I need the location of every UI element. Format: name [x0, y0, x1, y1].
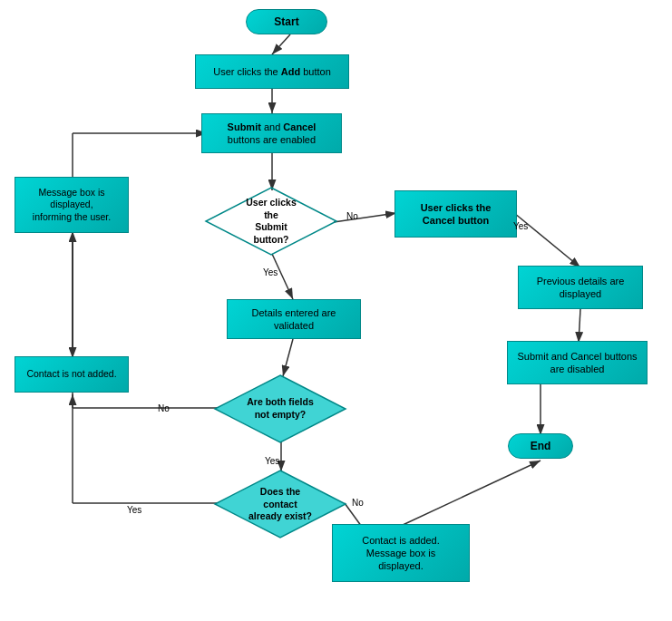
label-no3: No	[352, 498, 364, 508]
label-no1: No	[346, 211, 358, 221]
svg-line-9	[283, 339, 293, 376]
start-node: Start	[246, 9, 327, 34]
svg-marker-20	[206, 188, 336, 255]
end-node: End	[508, 433, 573, 459]
contact-added-node: Contact is added.Message box isdisplayed…	[332, 524, 470, 582]
svg-line-19	[401, 461, 541, 526]
submit-cancel-enabled-node: Submit and Cancelbuttons are enabled	[201, 113, 342, 153]
label-yes4: Yes	[127, 505, 141, 515]
cancel-button-node: User clicks theCancel button	[394, 190, 517, 238]
svg-marker-22	[215, 471, 346, 538]
label-yes2: Yes	[513, 221, 528, 231]
message-box-node: Message box isdisplayed,informing the us…	[15, 177, 129, 233]
add-button-node: User clicks the Add button	[195, 54, 349, 89]
submit-diamond: User clicks theSubmit button?	[204, 186, 338, 257]
svg-line-7	[579, 309, 580, 343]
svg-marker-21	[215, 375, 346, 442]
label-yes1: Yes	[263, 267, 278, 277]
svg-line-4	[334, 213, 396, 222]
previous-details-node: Previous details aredisplayed	[518, 266, 643, 309]
label-yes3: Yes	[265, 456, 279, 466]
contact-exist-diamond: Does the contactalready exist?	[213, 469, 347, 539]
svg-line-1	[272, 34, 290, 54]
label-no2: No	[158, 403, 170, 413]
both-fields-diamond: Are both fieldsnot empty?	[213, 374, 347, 444]
details-validated-node: Details entered arevalidated	[227, 299, 361, 339]
flowchart: Start User clicks the Add button Submit …	[0, 0, 672, 621]
contact-not-added-node: Contact is not added.	[15, 356, 129, 393]
submit-cancel-disabled-node: Submit and Cancel buttonsare disabled	[507, 341, 648, 384]
